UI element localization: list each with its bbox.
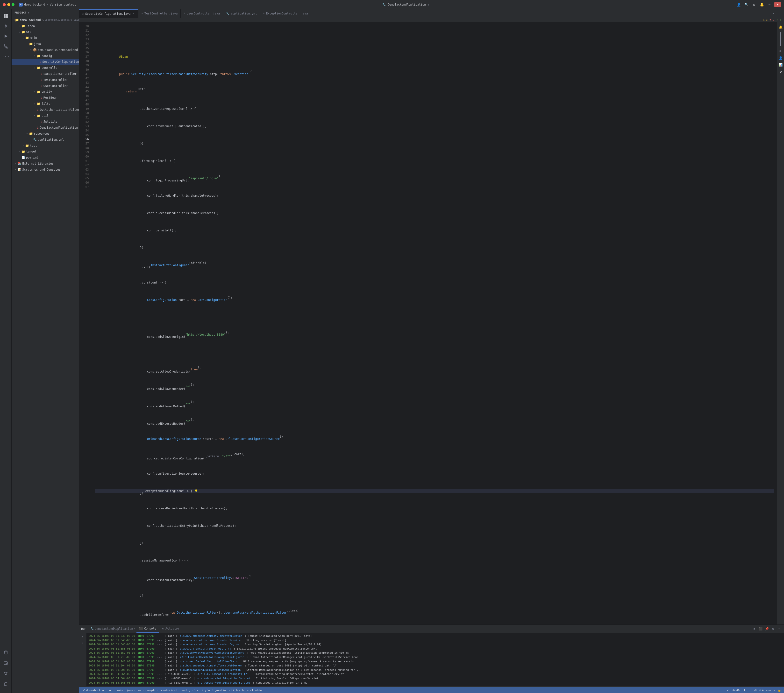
tree-item-restbean[interactable]: ☕ RestBean	[12, 95, 79, 101]
code-content[interactable]: @Bean public SecurityFilterChain filterC…	[92, 22, 777, 624]
tree-item-testcontroller[interactable]: ☕ TestController	[12, 77, 79, 83]
structure-icon[interactable]	[1, 41, 11, 51]
tree-item-idea[interactable]: › 📁 .idea	[12, 23, 79, 29]
error-count[interactable]: ✖ 2	[769, 18, 774, 21]
search-icon[interactable]: 🔍	[743, 2, 749, 8]
bottom-panel: Run 🔧 DemoBackendApplication ✕ ⬛ Console…	[79, 624, 784, 687]
type-securityfilterchain: SecurityFilterChain	[132, 72, 165, 76]
folder-icon-target: 📁	[21, 149, 25, 154]
more-actions-btn[interactable]: ⋯	[777, 626, 782, 631]
bulb-icon: 💡	[194, 489, 198, 493]
project-view-icon[interactable]	[1, 11, 11, 21]
warning-count[interactable]: ⚠ 3	[763, 18, 768, 21]
tree-item-jwtutils[interactable]: ☕ JwtUtils	[12, 119, 79, 125]
bottom-tab-actuator[interactable]: ⚙ Actuator	[160, 625, 182, 633]
run-config-badge[interactable]: 🔧 DemoBackendApplication ✕	[91, 627, 135, 631]
scroll-down[interactable]: ↓	[80, 640, 86, 645]
right-notifications-icon[interactable]: 🔔	[778, 24, 784, 30]
tree-item-controller[interactable]: ▾ 📁 controller	[12, 65, 79, 71]
tree-item-demo-backend[interactable]: ▾ 📁 demo-backend ~/Desktop/CS/JavaEE/5 J…	[12, 17, 79, 23]
terminal-icon[interactable]	[1, 658, 11, 668]
run-debug-icon[interactable]	[1, 31, 11, 41]
console-pid: 67999	[147, 681, 155, 685]
status-breadcrumb[interactable]: src › main › java › com › example › demo…	[108, 689, 262, 692]
tab-applicationyml[interactable]: 🔧 application.yml	[223, 9, 260, 18]
console-thread: [ main ]	[165, 634, 177, 638]
status-lock[interactable]: 🔒	[778, 689, 781, 692]
stop-btn[interactable]: ⬛	[758, 626, 763, 631]
right-italic-m[interactable]: m	[778, 69, 784, 74]
tree-item-appyml[interactable]: 🔧 application.yml	[12, 137, 79, 143]
app-label[interactable]: D demo-backend › Version control	[19, 3, 76, 7]
tab-exceptioncontroller[interactable]: ☕ ExceptionController.java	[260, 9, 311, 18]
status-lf[interactable]: LF	[743, 689, 746, 692]
tree-item-exception[interactable]: ☕ ExceptionController	[12, 71, 79, 77]
tree-item-usercontroller[interactable]: ☕ UserController	[12, 83, 79, 89]
tree-item-securityconfig[interactable]: ☕ SecurityConfiguration	[12, 59, 79, 65]
tree-item-jwtfilter[interactable]: ☕ JwtAuthenticationFilter	[12, 107, 79, 113]
tree-item-scratches[interactable]: › 📝 Scratches and Consoles	[12, 167, 79, 173]
arrow-package: ▾	[29, 48, 33, 52]
run-config-name[interactable]: DemoBackendApplication	[388, 3, 426, 6]
version-control[interactable]: Version control	[50, 3, 76, 6]
sidebar: Project ∨ ▾ 📁 demo-backend ~/Desktop/CS/…	[12, 9, 79, 693]
tab-usercontroller[interactable]: ☕ UserController.java	[181, 9, 223, 18]
console-message: : Starting Servlet engine: [Apache Tomca…	[242, 642, 321, 647]
label-entity: entity	[41, 90, 52, 94]
more-icon[interactable]: ⋯	[767, 2, 772, 8]
tree-item-config[interactable]: ▾ 📁 config	[12, 53, 79, 59]
console-thread: [ main ]	[165, 655, 177, 659]
git-icon[interactable]	[1, 669, 11, 678]
notifications-icon[interactable]: 🔔	[759, 2, 765, 8]
arrow-util: ▾	[33, 114, 37, 118]
tree-item-util[interactable]: ▾ 📁 util	[12, 113, 79, 119]
tree-item-pomxml[interactable]: 📄 pom.xml	[12, 155, 79, 161]
tree-item-test[interactable]: › 📁 test	[12, 143, 79, 149]
settings-icon[interactable]: ⚙	[751, 2, 757, 8]
tree-item-entity[interactable]: ▾ 📁 entity	[12, 89, 79, 95]
tree-item-extlibs[interactable]: › 📚 External Libraries	[12, 161, 79, 167]
close-button[interactable]	[3, 3, 6, 6]
close-run-config[interactable]: ✕	[134, 627, 135, 630]
tree-item-main[interactable]: ▾ 📁 main	[12, 35, 79, 41]
right-avatar-icon[interactable]: 👤	[778, 55, 784, 61]
restart-btn[interactable]: ↺	[752, 626, 757, 631]
tree-item-resources[interactable]: ▾ 📁 resources	[12, 131, 79, 137]
commit-icon[interactable]	[1, 21, 11, 31]
bottom-tab-console[interactable]: ⬛ Console	[137, 625, 159, 633]
settings-btn[interactable]: ⚙	[771, 626, 776, 631]
tab-label-test: TestController.java	[145, 12, 178, 15]
tree-item-target[interactable]: › 📁 target	[12, 149, 79, 155]
tree-item-src[interactable]: ▾ 📁 src	[12, 29, 79, 35]
tree-item-java[interactable]: ▾ 📁 java	[12, 41, 79, 47]
minimize-button[interactable]	[7, 3, 10, 6]
right-expand-icon[interactable]: ⊞	[778, 48, 784, 54]
label-testcontroller: TestController	[43, 78, 68, 82]
scroll-up[interactable]: ↑	[80, 634, 86, 639]
status-branch[interactable]: ⎇ demo-backend	[82, 689, 105, 692]
tree-item-package[interactable]: ▾ 📦 com.example.demobackend	[12, 47, 79, 53]
avatar-icon[interactable]: 👤	[736, 2, 741, 8]
console-message: : Initializing Servlet 'dispatcherServle…	[253, 677, 320, 681]
tree-item-filter[interactable]: ▾ 📁 filter	[12, 101, 79, 107]
database-icon[interactable]	[1, 648, 11, 657]
tab-chevron-left[interactable]: ‹	[771, 11, 776, 16]
more-tools-icon[interactable]: ···	[1, 52, 11, 61]
tree-item-demoapp[interactable]: ☕ DemoBackendApplication	[12, 125, 79, 131]
info-count[interactable]: ↑ 2	[776, 18, 781, 21]
status-indent[interactable]: ⊞ 4 spaces	[759, 689, 775, 692]
pin-btn[interactable]: 📌	[764, 626, 769, 631]
right-analysis-icon[interactable]: 📊	[778, 62, 784, 67]
tab-chevron-right[interactable]: ›	[777, 11, 782, 16]
status-encoding[interactable]: UTF-8	[748, 689, 756, 692]
tab-securityconfig[interactable]: ☕ SecurityConfiguration.java ✕	[79, 9, 138, 18]
folder-icon-main: 📁	[25, 36, 29, 41]
bookmark-icon[interactable]	[1, 680, 11, 689]
run-label[interactable]: Run	[81, 627, 86, 631]
status-line-col[interactable]: 56:46	[731, 689, 740, 692]
tab-close-security[interactable]: ✕	[132, 12, 135, 15]
status-check[interactable]: ✓	[727, 689, 729, 692]
run-button[interactable]: ▶	[774, 2, 781, 7]
maximize-button[interactable]	[12, 3, 15, 6]
tab-testcontroller[interactable]: ☕ TestController.java	[138, 9, 181, 18]
